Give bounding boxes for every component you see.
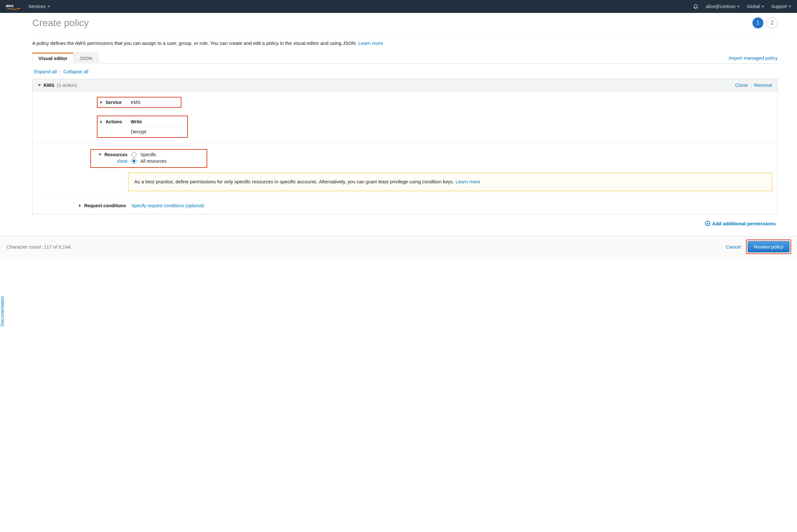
import-managed-policy-link[interactable]: Import managed policy bbox=[728, 55, 778, 63]
wizard-steps: 1 2 bbox=[753, 17, 778, 28]
chevron-down-icon bbox=[789, 6, 791, 7]
clone-link[interactable]: Clone bbox=[735, 82, 748, 88]
chevron-down-icon[interactable] bbox=[98, 154, 102, 156]
expand-all-link[interactable]: Expand all bbox=[34, 69, 57, 74]
service-value: KMS bbox=[131, 100, 140, 105]
support-menu[interactable]: Support bbox=[771, 4, 791, 9]
block-action-count: (1 action) bbox=[57, 82, 77, 88]
chevron-right-icon[interactable] bbox=[79, 204, 81, 207]
review-policy-button[interactable]: Review policy bbox=[747, 241, 790, 252]
editor-tabs: Visual editor JSON bbox=[32, 52, 98, 63]
separator: | bbox=[59, 69, 61, 74]
block-service-name: KMS bbox=[43, 82, 54, 88]
collapse-all-link[interactable]: Collapse all bbox=[63, 69, 89, 74]
footer-bar: Character count: 117 of 6,144. Cancel Re… bbox=[0, 236, 797, 257]
chevron-down-icon bbox=[38, 84, 41, 86]
divider bbox=[131, 127, 184, 127]
resources-label: Resources bbox=[104, 152, 128, 157]
chevron-right-icon[interactable] bbox=[100, 120, 102, 124]
add-permissions-label: Add additional permissions bbox=[712, 221, 776, 226]
intro-text: A policy defines the AWS permissions tha… bbox=[32, 40, 778, 46]
resource-option-specific[interactable]: Specific bbox=[131, 152, 204, 157]
service-label: Service bbox=[106, 100, 127, 105]
tab-visual-editor[interactable]: Visual editor bbox=[32, 53, 74, 63]
radio-checked-icon bbox=[131, 158, 136, 164]
notifications-icon[interactable] bbox=[693, 3, 699, 10]
tab-json[interactable]: JSON bbox=[73, 53, 98, 63]
add-permissions-button[interactable]: + Add additional permissions bbox=[705, 221, 776, 226]
plus-circle-icon: + bbox=[705, 221, 710, 226]
chevron-down-icon bbox=[48, 6, 50, 7]
intro-body: A policy defines the AWS permissions tha… bbox=[32, 40, 358, 46]
radio-unchecked-icon bbox=[131, 152, 136, 157]
learn-more-link[interactable]: Learn more bbox=[358, 40, 383, 46]
warning-text: As a best practice, define permissions f… bbox=[134, 179, 455, 184]
review-button-annotation: Review policy bbox=[747, 240, 791, 253]
actions-value-decrypt: Decrypt bbox=[131, 129, 184, 135]
step-2[interactable]: 2 bbox=[767, 17, 778, 28]
services-label: Services bbox=[29, 4, 46, 9]
account-label: alice@contoso bbox=[706, 4, 735, 9]
resource-option-all[interactable]: All resources bbox=[131, 158, 204, 164]
cancel-button[interactable]: Cancel bbox=[726, 244, 741, 249]
step-1[interactable]: 1 bbox=[753, 17, 763, 28]
top-nav: aws Services alice@contoso Global Suppor… bbox=[0, 0, 797, 13]
region-menu[interactable]: Global bbox=[747, 4, 764, 9]
chevron-right-icon[interactable] bbox=[100, 101, 102, 104]
permission-block-header[interactable]: KMS (1 action) Clone | Remove bbox=[33, 79, 777, 91]
documentation-tab-container: Documentation bbox=[0, 0, 12, 257]
actions-label: Actions bbox=[106, 118, 127, 124]
character-count: Character count: 117 of 6,144. bbox=[6, 244, 72, 249]
page-title: Create policy bbox=[32, 17, 89, 28]
support-label: Support bbox=[771, 4, 787, 9]
remove-link[interactable]: Remove bbox=[754, 82, 772, 88]
services-menu[interactable]: Services bbox=[29, 4, 50, 9]
region-label: Global bbox=[747, 4, 760, 9]
chevron-down-icon bbox=[761, 6, 764, 7]
divider bbox=[32, 34, 778, 35]
permission-block: KMS (1 action) Clone | Remove Service KM… bbox=[32, 79, 778, 214]
separator: | bbox=[751, 83, 752, 88]
conditions-label: Request conditions bbox=[84, 203, 126, 208]
account-menu[interactable]: alice@contoso bbox=[706, 4, 740, 9]
resource-specific-label: Specific bbox=[140, 152, 156, 157]
resources-warning: As a best practice, define permissions f… bbox=[128, 173, 772, 191]
actions-value-write: Write bbox=[131, 118, 184, 125]
conditions-value-link[interactable]: Specify request conditions (optional) bbox=[131, 203, 204, 208]
resource-all-label: All resources bbox=[140, 158, 167, 164]
resources-close-link[interactable]: close bbox=[117, 158, 128, 164]
warning-learn-more-link[interactable]: Learn more bbox=[455, 179, 480, 184]
chevron-down-icon bbox=[737, 6, 740, 7]
